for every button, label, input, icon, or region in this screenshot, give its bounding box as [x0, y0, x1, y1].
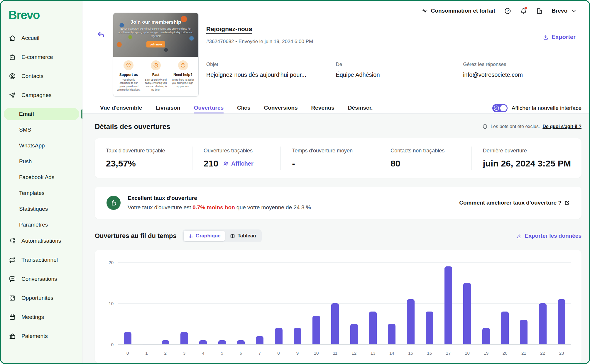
bar-hour-1[interactable] — [143, 344, 150, 344]
chat-icon — [9, 275, 16, 283]
tab-label: Clics — [237, 105, 250, 111]
view-tableau-label: Tableau — [238, 233, 256, 239]
bar-column — [137, 262, 156, 344]
sidebar-item-email[interactable]: Email — [4, 108, 79, 120]
bar-hour-11[interactable] — [331, 303, 339, 344]
bar-hour-18[interactable] — [463, 283, 471, 344]
back-button[interactable] — [97, 31, 105, 40]
y-tick-label: 10 — [109, 301, 114, 306]
account-menu[interactable]: Brevo — [552, 7, 577, 14]
sidebar-item-campagnes[interactable]: Campagnes — [4, 89, 79, 102]
paper-plane-icon — [9, 91, 16, 99]
bar-hour-8[interactable] — [275, 328, 283, 344]
view-graphique-button[interactable]: Graphique — [184, 231, 225, 241]
sidebar-item-contacts[interactable]: Contacts — [4, 70, 79, 83]
organization-icon[interactable] — [536, 7, 543, 14]
bar-hour-16[interactable] — [426, 312, 433, 344]
bots-info-link[interactable]: De quoi s'agit-il ? — [542, 124, 581, 129]
sidebar-item-transactionnel[interactable]: Transactionnel — [4, 254, 79, 266]
campaign-info: Rejoignez-nous #362470682 • Envoyée le j… — [206, 13, 576, 97]
export-data-button[interactable]: Exporter les données — [516, 233, 581, 239]
bar-hour-21[interactable] — [520, 320, 528, 344]
improve-open-rate-link[interactable]: Comment améliorer taux d'ouverture ? — [459, 200, 570, 206]
sidebar-item-parametres[interactable]: Paramètres — [4, 219, 79, 231]
sidebar-item-label: Transactionnel — [21, 257, 58, 263]
bar-column — [175, 262, 194, 344]
bar-column — [212, 262, 231, 344]
usage-and-plan-link[interactable]: Consommation et forfait — [421, 7, 496, 14]
x-tick-label: 9 — [288, 351, 307, 356]
bar-column — [552, 262, 571, 344]
sidebar-item-templates[interactable]: Templates — [4, 187, 79, 199]
stat-open-rate: Taux d'ouverture traçable 23,57% — [95, 147, 192, 170]
sidebar-item-label: Opportunités — [21, 295, 53, 301]
x-tick-label: 4 — [194, 351, 212, 356]
export-button[interactable]: Exporter — [543, 34, 576, 40]
bar-hour-5[interactable] — [218, 340, 226, 344]
bar-hour-13[interactable] — [369, 312, 377, 344]
bell-icon[interactable] — [520, 7, 527, 14]
bar-hour-15[interactable] — [407, 299, 415, 344]
sidebar-item-conversations[interactable]: Conversations — [4, 273, 79, 285]
campaign-fields: Objet Rejoignez-nous dès aujourd'hui pou… — [206, 62, 576, 78]
bar-hour-7[interactable] — [256, 336, 263, 344]
tab-clics[interactable]: Clics — [237, 103, 250, 113]
sidebar-item-meetings[interactable]: Meetings — [4, 311, 79, 324]
stat-value: - — [292, 159, 295, 169]
sidebar-item-paiements[interactable]: Paiements — [4, 330, 79, 343]
x-tick-label: 17 — [439, 351, 458, 356]
bar-hour-12[interactable] — [350, 324, 358, 344]
sidebar-item-push[interactable]: Push — [4, 155, 79, 168]
x-tick-label: 19 — [477, 351, 496, 356]
sidebar-item-facebook-ads[interactable]: Facebook Ads — [4, 171, 79, 183]
improve-link-label: Comment améliorer taux d'ouverture ? — [459, 200, 562, 206]
bots-note-group: Les bots ont été exclus. De quoi s'agit-… — [482, 124, 581, 130]
x-tick-label: 10 — [307, 351, 326, 356]
bar-hour-10[interactable] — [312, 316, 320, 344]
sidebar-item-accueil[interactable]: Accueil — [4, 32, 79, 45]
sidebar-item-whatsapp[interactable]: WhatsApp — [4, 140, 79, 152]
page-title: Détails des ouvertures — [95, 123, 170, 131]
toggle-label: Afficher la nouvelle interface — [512, 105, 581, 111]
tab-revenus[interactable]: Revenus — [311, 103, 334, 113]
sidebar-item-statistiques[interactable]: Statistiques — [4, 203, 79, 215]
bar-hour-0[interactable] — [124, 332, 131, 344]
view-tableau-button[interactable]: Tableau — [226, 231, 261, 241]
bar-column — [307, 262, 326, 344]
email-thumbnail[interactable]: Join our membership Become a part of our… — [113, 13, 199, 97]
sidebar-item-label: Paiements — [21, 333, 48, 339]
bar-hour-6[interactable] — [237, 340, 245, 344]
new-interface-toggle[interactable]: ✓ — [492, 104, 508, 112]
bar-hour-2[interactable] — [162, 340, 169, 344]
sidebar-item-automatisations[interactable]: Automatisations — [4, 234, 79, 247]
bar-hour-23[interactable] — [558, 299, 565, 344]
bar-hour-9[interactable] — [294, 328, 301, 344]
tab-desinscr[interactable]: Désinscr. — [348, 103, 373, 113]
tab-conversions[interactable]: Conversions — [264, 103, 297, 113]
field-label: De — [336, 62, 463, 67]
email-hero-text: Become a part of our climbing community … — [118, 27, 193, 38]
tab-vue-densemble[interactable]: Vue d'ensemble — [100, 103, 142, 113]
email-hero-button: Join now — [146, 41, 165, 47]
tab-livraison[interactable]: Livraison — [155, 103, 180, 113]
view-graphique-label: Graphique — [196, 233, 221, 239]
help-icon[interactable]: ? — [504, 7, 511, 14]
sidebar-item-ecommerce[interactable]: E-commerce — [4, 51, 79, 64]
bar-hour-20[interactable] — [501, 312, 509, 344]
campaign-title[interactable]: Rejoignez-nous — [206, 25, 252, 34]
opens-bar-chart: 20 10 0 01234567891011121314151617181920… — [95, 250, 581, 363]
show-contacts-link[interactable]: Afficher — [223, 160, 253, 167]
bar-hour-3[interactable] — [180, 332, 188, 344]
bar-hour-14[interactable] — [388, 324, 395, 344]
sidebar-item-opportunites[interactable]: Opportunités — [4, 292, 79, 305]
svg-text:?: ? — [182, 64, 184, 67]
tab-ouvertures[interactable]: Ouvertures — [194, 103, 224, 113]
thumbs-up-icon — [106, 196, 121, 210]
sidebar-item-sms[interactable]: SMS — [4, 124, 79, 136]
bar-column — [477, 262, 496, 344]
bar-hour-4[interactable] — [199, 340, 207, 344]
bar-hour-19[interactable] — [482, 328, 490, 344]
bar-hour-22[interactable] — [539, 303, 547, 344]
email-feature: ? Need help? We're here to assist you du… — [169, 60, 197, 92]
bar-hour-17[interactable] — [444, 266, 452, 344]
